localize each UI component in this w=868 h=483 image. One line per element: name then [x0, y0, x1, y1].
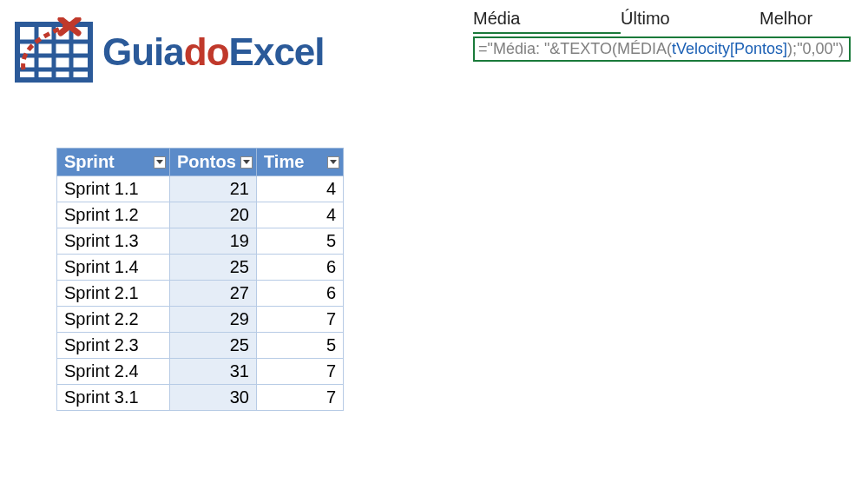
cell-sprint[interactable]: Sprint 1.3 [57, 228, 170, 255]
filter-dropdown-icon[interactable] [154, 156, 166, 169]
col-header-time-label: Time [264, 152, 304, 171]
cell-time[interactable]: 6 [257, 281, 344, 307]
cell-time[interactable]: 5 [257, 228, 344, 255]
cell-sprint[interactable]: Sprint 2.2 [57, 307, 170, 333]
brand-logo: GuiadoExcel [10, 17, 325, 87]
table-row[interactable]: Sprint 1.4256 [57, 255, 344, 281]
cell-sprint[interactable]: Sprint 2.4 [57, 359, 170, 385]
cell-sprint[interactable]: Sprint 1.2 [57, 202, 170, 228]
col-header-time[interactable]: Time [257, 149, 344, 176]
cell-sprint[interactable]: Sprint 2.1 [57, 281, 170, 307]
filter-dropdown-icon[interactable] [327, 156, 339, 169]
cell-time[interactable]: 7 [257, 359, 344, 385]
cell-pontos[interactable]: 29 [170, 307, 257, 333]
table-row[interactable]: Sprint 2.1276 [57, 281, 344, 307]
table-row[interactable]: Sprint 3.1307 [57, 385, 344, 411]
col-header-sprint[interactable]: Sprint [57, 149, 170, 176]
table-body: Sprint 1.1214 Sprint 1.2204 Sprint 1.319… [57, 176, 344, 411]
cell-pontos[interactable]: 31 [170, 359, 257, 385]
logo-text: GuiadoExcel [102, 30, 325, 74]
formula-fn-media: MÉDIA [617, 40, 667, 57]
cell-sprint[interactable]: Sprint 1.4 [57, 255, 170, 281]
table-row[interactable]: Sprint 1.3195 [57, 228, 344, 255]
header-media: Média [473, 9, 621, 34]
velocity-table: Sprint Pontos Time Sprint 1.1214 Sprint … [56, 148, 344, 411]
formula-prefix: ="Média: "& [478, 40, 560, 57]
header-melhor: Melhor [760, 9, 864, 34]
cell-time[interactable]: 5 [257, 333, 344, 359]
logo-word-excel: Excel [229, 30, 325, 73]
header-labels: Média Último Melhor [473, 9, 864, 34]
cell-time[interactable]: 7 [257, 385, 344, 411]
table-row[interactable]: Sprint 1.2204 [57, 202, 344, 228]
guia-do-excel-icon [10, 17, 97, 87]
cell-pontos[interactable]: 20 [170, 202, 257, 228]
table-header-row: Sprint Pontos Time [57, 149, 344, 176]
logo-word-guia: Guia [102, 30, 184, 73]
cell-pontos[interactable]: 25 [170, 255, 257, 281]
col-header-sprint-label: Sprint [64, 152, 115, 171]
cell-sprint[interactable]: Sprint 1.1 [57, 176, 170, 202]
header-ultimo: Último [621, 9, 760, 34]
cell-time[interactable]: 4 [257, 202, 344, 228]
cell-time[interactable]: 6 [257, 255, 344, 281]
cell-pontos[interactable]: 27 [170, 281, 257, 307]
cell-pontos[interactable]: 25 [170, 333, 257, 359]
table-row[interactable]: Sprint 2.4317 [57, 359, 344, 385]
formula-close1: ) [838, 40, 844, 57]
col-header-pontos-label: Pontos [177, 152, 236, 171]
cell-pontos[interactable]: 19 [170, 228, 257, 255]
cell-time[interactable]: 7 [257, 307, 344, 333]
cell-sprint[interactable]: Sprint 3.1 [57, 385, 170, 411]
table-row[interactable]: Sprint 2.3255 [57, 333, 344, 359]
formula-fmt: "0,00" [797, 40, 838, 57]
filter-dropdown-icon[interactable] [240, 156, 253, 169]
table-row[interactable]: Sprint 1.1214 [57, 176, 344, 202]
col-header-pontos[interactable]: Pontos [170, 149, 257, 176]
cell-time[interactable]: 4 [257, 176, 344, 202]
formula-fn-texto: TEXTO [560, 40, 612, 57]
cell-sprint[interactable]: Sprint 2.3 [57, 333, 170, 359]
cell-pontos[interactable]: 21 [170, 176, 257, 202]
logo-word-do: do [184, 30, 229, 73]
table-row[interactable]: Sprint 2.2297 [57, 307, 344, 333]
formula-ref: tVelocity[Pontos] [672, 40, 787, 57]
formula-cell[interactable]: ="Média: "&TEXTO(MÉDIA(tVelocity[Pontos]… [473, 36, 851, 62]
cell-pontos[interactable]: 30 [170, 385, 257, 411]
